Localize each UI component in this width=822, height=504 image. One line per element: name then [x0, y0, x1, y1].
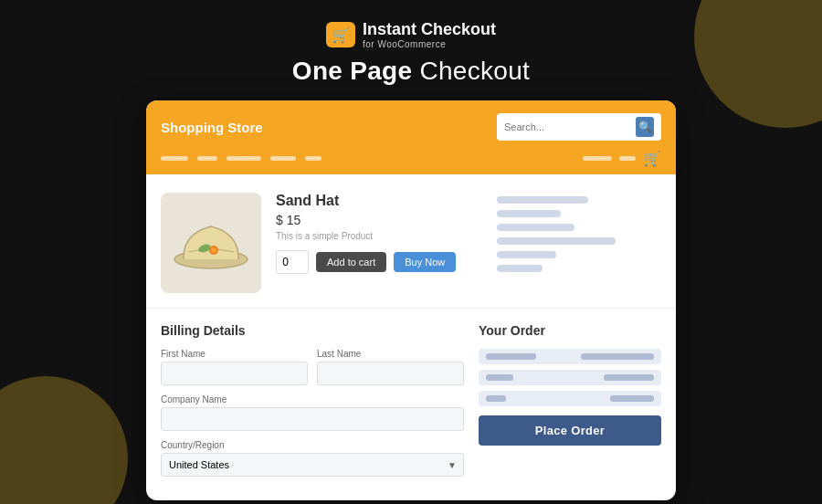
- place-order-button[interactable]: Place Order: [479, 415, 661, 446]
- logo-icon: [326, 22, 355, 47]
- logo-text-area: Instant Checkout for WooCommerce: [363, 20, 496, 49]
- search-button[interactable]: 🔍: [636, 117, 654, 137]
- ph-line-3: [497, 224, 574, 231]
- company-field: Company Name: [161, 394, 464, 431]
- first-name-input[interactable]: [161, 362, 308, 385]
- nav-right-1: [583, 156, 612, 161]
- ph-line-2: [497, 210, 561, 217]
- page-title: One Page Checkout: [0, 57, 822, 86]
- nav-link-4[interactable]: [270, 156, 296, 161]
- product-info: Sand Hat $ 15 This is a simple Product A…: [276, 193, 482, 293]
- nav-right: 🛒: [583, 150, 661, 167]
- order-ph-right-1: [581, 353, 654, 360]
- last-name-input[interactable]: [317, 362, 464, 385]
- company-input[interactable]: [161, 407, 464, 431]
- add-to-cart-button[interactable]: Add to cart: [316, 252, 386, 272]
- order-title: Your Order: [479, 323, 661, 338]
- decoration-blob-bottom: [0, 376, 128, 504]
- order-col: Your Order Place Order: [479, 323, 661, 486]
- order-ph-right-3: [610, 395, 654, 402]
- product-description: This is a simple Product: [276, 231, 482, 241]
- order-row-3: [479, 391, 661, 406]
- logo-area: Instant Checkout for WooCommerce: [0, 20, 822, 49]
- product-actions: Add to cart Buy Now: [276, 250, 482, 274]
- nav-link-1[interactable]: [161, 156, 188, 161]
- page-title-bold: One Page: [292, 57, 413, 85]
- company-label: Company Name: [161, 394, 464, 404]
- store-name: Shopping Store: [161, 120, 263, 135]
- logo-sub: for WooCommerce: [363, 39, 446, 49]
- nav-link-2[interactable]: [197, 156, 217, 161]
- billing-col: Billing Details First Name Last Name Com…: [161, 323, 464, 486]
- store-header-top: Shopping Store 🔍: [161, 113, 661, 141]
- country-select[interactable]: United States: [161, 453, 464, 477]
- nav-link-3[interactable]: [227, 156, 261, 161]
- search-bar: 🔍: [497, 113, 661, 141]
- svg-point-3: [211, 247, 216, 253]
- ph-line-6: [497, 265, 543, 272]
- product-section: Sand Hat $ 15 This is a simple Product A…: [146, 174, 676, 309]
- billing-title: Billing Details: [161, 323, 464, 338]
- name-row: First Name Last Name: [161, 349, 464, 394]
- product-right-placeholders: [497, 193, 661, 293]
- order-ph-left-3: [486, 395, 506, 402]
- product-price: $ 15: [276, 213, 482, 227]
- nav-links: [161, 156, 321, 161]
- first-name-field: First Name: [161, 349, 308, 385]
- store-header: Shopping Store 🔍 🛒: [146, 100, 676, 174]
- page-header: Instant Checkout for WooCommerce One Pag…: [0, 0, 822, 100]
- ph-line-5: [497, 251, 556, 258]
- order-items: [479, 349, 661, 406]
- logo-brand: Instant Checkout: [363, 20, 496, 39]
- last-name-label: Last Name: [317, 349, 464, 359]
- order-ph-left-2: [486, 374, 513, 381]
- country-field: Country/Region United States ▼: [161, 440, 464, 477]
- last-name-field: Last Name: [317, 349, 464, 385]
- two-col-section: Billing Details First Name Last Name Com…: [146, 309, 676, 500]
- buy-now-button[interactable]: Buy Now: [394, 252, 456, 272]
- ph-line-1: [497, 196, 588, 204]
- product-image: [161, 193, 261, 293]
- nav-link-5[interactable]: [305, 156, 321, 161]
- search-input[interactable]: [504, 121, 630, 132]
- cart-icon[interactable]: 🛒: [643, 150, 661, 167]
- country-select-wrapper: United States ▼: [161, 453, 464, 477]
- order-row-2: [479, 370, 661, 385]
- order-ph-right-2: [604, 374, 654, 381]
- order-ph-left-1: [486, 353, 536, 360]
- nav-right-2: [619, 156, 636, 161]
- page-title-rest: Checkout: [412, 57, 530, 85]
- order-row-1: [479, 349, 661, 364]
- hat-illustration: [170, 206, 252, 279]
- first-name-label: First Name: [161, 349, 308, 359]
- ph-line-4: [497, 237, 616, 245]
- nav-bar: 🛒: [161, 150, 661, 174]
- product-name: Sand Hat: [276, 193, 482, 209]
- quantity-input[interactable]: [276, 250, 309, 274]
- country-label: Country/Region: [161, 440, 464, 450]
- main-card: Shopping Store 🔍 🛒: [146, 100, 676, 500]
